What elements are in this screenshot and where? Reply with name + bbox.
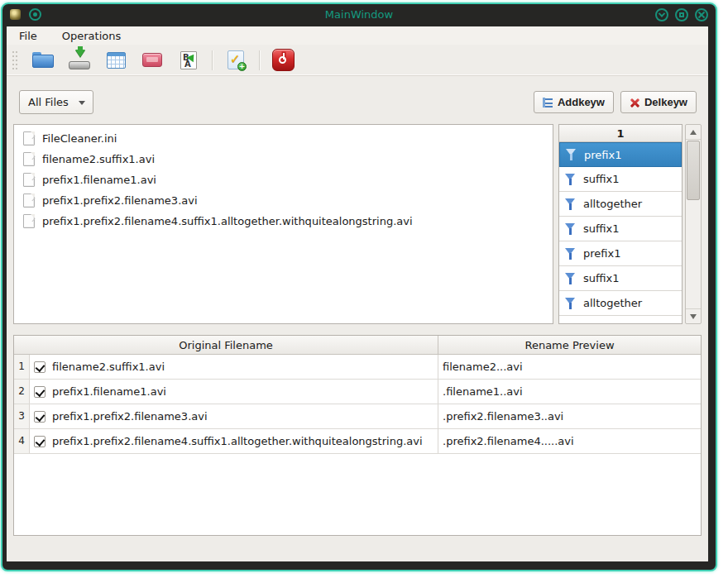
maximize-button[interactable] bbox=[675, 8, 688, 21]
row-checkbox[interactable] bbox=[34, 411, 46, 423]
save-button[interactable] bbox=[66, 48, 93, 73]
document-icon bbox=[23, 152, 35, 166]
keyword-row[interactable]: suffix1 bbox=[559, 167, 682, 192]
file-list-item[interactable]: prefix1.prefix2.filename3.avi bbox=[14, 190, 553, 211]
square-icon bbox=[679, 12, 684, 17]
scroll-down-button[interactable] bbox=[686, 308, 701, 323]
toolbar-grip[interactable] bbox=[12, 50, 18, 70]
clean-box-icon bbox=[142, 53, 162, 67]
rename-preview: .prefix2.filename3..avi bbox=[443, 410, 563, 423]
row-checkbox[interactable] bbox=[34, 436, 46, 447]
row-number: 2 bbox=[14, 380, 30, 404]
window-body: File Operations BA ✓+ bbox=[7, 26, 708, 561]
scrollbar-thumb[interactable] bbox=[687, 141, 700, 200]
red-x-icon bbox=[630, 98, 639, 107]
rename-button[interactable]: BA bbox=[175, 48, 202, 73]
keyword-label: suffix1 bbox=[583, 173, 620, 185]
keyword-row[interactable]: alltogether bbox=[559, 192, 682, 217]
select-add-icon: ✓+ bbox=[228, 50, 244, 69]
file-label: prefix1.filename1.avi bbox=[42, 174, 156, 186]
main-content: All Files Addkeyw Delkeyw bbox=[7, 76, 708, 561]
delete-keyword-label: Delkeyw bbox=[644, 96, 687, 108]
keyword-label: prefix1 bbox=[584, 149, 621, 161]
minimize-button[interactable] bbox=[655, 8, 668, 21]
menubar: File Operations bbox=[7, 26, 708, 45]
controls-row: All Files Addkeyw Delkeyw bbox=[19, 90, 697, 114]
table-rows: 1 filename2.suffix1.avi filename2...avi … bbox=[14, 355, 701, 454]
file-list-item[interactable]: prefix1.filename1.avi bbox=[14, 170, 553, 190]
delete-keyword-button[interactable]: Delkeyw bbox=[620, 91, 697, 113]
keyword-rows: prefix1 suffix1 alltogether suffix1 pref… bbox=[559, 142, 682, 316]
funnel-icon bbox=[565, 174, 576, 185]
clean-button[interactable] bbox=[139, 48, 165, 73]
row-number: 3 bbox=[14, 404, 30, 428]
table-row[interactable]: 3 prefix1.prefix2.filename3.avi .prefix2… bbox=[14, 404, 701, 429]
original-filename: prefix1.prefix2.filename3.avi bbox=[52, 410, 208, 423]
file-list-item[interactable]: prefix1.prefix2.filename4.suffix1.alltog… bbox=[14, 211, 553, 232]
file-list-panel[interactable]: FileCleaner.ini filename2.suffix1.avi pr… bbox=[13, 124, 553, 324]
select-add-button[interactable]: ✓+ bbox=[223, 48, 249, 73]
chevron-down-icon bbox=[79, 101, 85, 105]
keyword-row[interactable]: suffix1 bbox=[559, 266, 682, 291]
file-list-item[interactable]: filename2.suffix1.avi bbox=[14, 149, 553, 170]
header-original-filename[interactable]: Original Filename bbox=[14, 336, 438, 354]
document-icon bbox=[23, 131, 35, 146]
main-window: MainWindow File Operations BA bbox=[1, 2, 717, 571]
toolbar: BA ✓+ bbox=[7, 45, 708, 76]
desktop-background: MainWindow File Operations BA bbox=[0, 0, 728, 578]
file-filter-value: All Files bbox=[28, 96, 69, 108]
rename-preview: .filename1..avi bbox=[443, 385, 523, 398]
close-icon bbox=[698, 12, 705, 18]
file-filter-combo[interactable]: All Files bbox=[19, 90, 93, 114]
keyword-row[interactable]: alltogether bbox=[559, 291, 682, 316]
table-row[interactable]: 2 prefix1.filename1.avi .filename1..avi bbox=[14, 380, 701, 404]
row-checkbox[interactable] bbox=[34, 386, 46, 398]
funnel-icon bbox=[565, 248, 576, 260]
titlebar[interactable]: MainWindow bbox=[2, 4, 716, 25]
save-drive-icon bbox=[69, 51, 90, 69]
keyword-label: alltogether bbox=[583, 297, 642, 309]
scroll-up-button[interactable] bbox=[686, 125, 701, 140]
list-icon bbox=[543, 98, 553, 107]
file-label: FileCleaner.ini bbox=[42, 132, 117, 145]
open-folder-icon bbox=[32, 52, 54, 68]
rename-preview: filename2...avi bbox=[443, 361, 523, 373]
exit-button[interactable] bbox=[270, 48, 296, 73]
keyword-label: suffix1 bbox=[583, 222, 620, 235]
rename-preview-table[interactable]: Original Filename Rename Preview 1 filen… bbox=[13, 335, 702, 536]
keyword-panel[interactable]: 1 prefix1 suffix1 alltogether suffix1 pr… bbox=[558, 124, 682, 324]
keyword-scrollbar[interactable] bbox=[685, 124, 702, 324]
keyword-column-header[interactable]: 1 bbox=[559, 125, 682, 142]
add-keyword-label: Addkeyw bbox=[558, 96, 605, 108]
menu-file[interactable]: File bbox=[17, 28, 39, 44]
document-icon bbox=[23, 214, 35, 228]
keyword-label: alltogether bbox=[583, 198, 642, 210]
triangle-up-icon bbox=[690, 130, 697, 135]
row-checkbox[interactable] bbox=[34, 361, 46, 373]
original-filename: prefix1.filename1.avi bbox=[52, 385, 166, 398]
file-list-item[interactable]: FileCleaner.ini bbox=[14, 128, 553, 149]
table-view-button[interactable] bbox=[103, 48, 129, 73]
triangle-down-icon bbox=[690, 314, 697, 319]
table-row[interactable]: 1 filename2.suffix1.avi filename2...avi bbox=[14, 355, 701, 380]
toolbar-separator bbox=[212, 50, 213, 70]
keyword-row[interactable]: prefix1 bbox=[559, 241, 682, 266]
table-row[interactable]: 4 prefix1.prefix2.filename4.suffix1.allt… bbox=[14, 429, 701, 454]
keyword-row[interactable]: suffix1 bbox=[559, 217, 682, 241]
panels-row: FileCleaner.ini filename2.suffix1.avi pr… bbox=[13, 124, 702, 324]
close-button[interactable] bbox=[695, 8, 708, 21]
header-rename-preview[interactable]: Rename Preview bbox=[438, 336, 701, 354]
row-number: 1 bbox=[14, 355, 30, 379]
document-icon bbox=[23, 193, 35, 208]
table-header-row: Original Filename Rename Preview bbox=[14, 336, 701, 355]
menu-operations[interactable]: Operations bbox=[60, 28, 122, 44]
keyword-row[interactable]: prefix1 bbox=[559, 142, 682, 167]
bottom-filler bbox=[13, 536, 702, 561]
table-view-icon bbox=[107, 52, 126, 69]
add-keyword-button[interactable]: Addkeyw bbox=[534, 91, 614, 113]
exit-power-icon bbox=[272, 49, 295, 71]
file-label: filename2.suffix1.avi bbox=[42, 153, 155, 165]
file-label: prefix1.prefix2.filename3.avi bbox=[42, 194, 198, 207]
open-folder-button[interactable] bbox=[30, 48, 56, 73]
rename-letters-icon: BA bbox=[180, 51, 197, 69]
